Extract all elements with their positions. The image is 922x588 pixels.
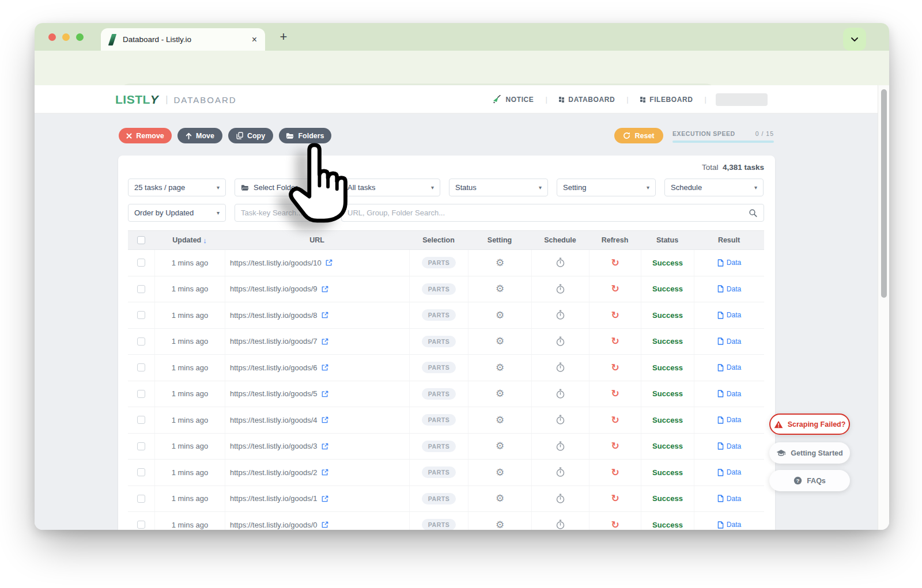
url-link[interactable]: https://test.listly.io/goods/4 (230, 416, 318, 424)
schedule-select[interactable]: Schedule ▾ (664, 179, 764, 196)
table-row[interactable]: 1 mins ago https://test.listly.io/goods/… (128, 302, 764, 329)
schedule-clock-icon[interactable] (556, 441, 565, 452)
url-link[interactable]: https://test.listly.io/goods/6 (230, 363, 318, 372)
table-row[interactable]: 1 mins ago https://test.listly.io/goods/… (128, 381, 764, 408)
reset-button[interactable]: Reset (614, 128, 663, 143)
schedule-clock-icon[interactable] (556, 284, 565, 294)
page-size-select[interactable]: 25 tasks / page ▾ (128, 179, 226, 196)
url-link[interactable]: https://test.listly.io/goods/1 (230, 494, 318, 503)
schedule-clock-icon[interactable] (556, 494, 565, 504)
schedule-clock-icon[interactable] (556, 310, 565, 320)
url-link[interactable]: https://test.listly.io/goods/9 (230, 284, 318, 293)
table-row[interactable]: 1 mins ago https://test.listly.io/goods/… (128, 460, 764, 486)
search-icon[interactable] (749, 208, 758, 218)
row-checkbox[interactable] (137, 285, 145, 293)
external-link-icon[interactable] (322, 286, 328, 293)
browser-tab[interactable]: Databoard - Listly.io × (101, 28, 265, 51)
setting-gear-icon[interactable]: ⚙ (496, 519, 504, 530)
setting-gear-icon[interactable]: ⚙ (496, 309, 504, 321)
data-link[interactable]: Data (717, 468, 741, 476)
url-link[interactable]: https://test.listly.io/goods/0 (230, 521, 318, 529)
minimize-window-button[interactable] (62, 33, 70, 41)
nav-item-notice[interactable]: NOTICE (490, 95, 536, 104)
table-row[interactable]: 1 mins ago https://test.listly.io/goods/… (128, 434, 764, 460)
data-link[interactable]: Data (717, 442, 741, 450)
refresh-icon[interactable]: ↻ (611, 466, 619, 479)
maximize-window-button[interactable] (76, 33, 84, 41)
schedule-clock-icon[interactable] (556, 467, 565, 477)
row-checkbox[interactable] (137, 495, 145, 503)
external-link-icon[interactable] (322, 443, 328, 450)
refresh-icon[interactable]: ↻ (611, 492, 619, 504)
close-tab-icon[interactable]: × (251, 35, 258, 45)
table-row[interactable]: 1 mins ago https://test.listly.io/goods/… (128, 486, 764, 513)
data-link[interactable]: Data (717, 495, 741, 503)
setting-gear-icon[interactable]: ⚙ (496, 492, 504, 504)
row-checkbox[interactable] (137, 442, 145, 450)
refresh-icon[interactable]: ↻ (611, 335, 619, 347)
external-link-icon[interactable] (322, 521, 328, 528)
setting-select[interactable]: Setting ▾ (557, 179, 656, 196)
url-link[interactable]: https://test.listly.io/goods/5 (230, 389, 318, 398)
url-link[interactable]: https://test.listly.io/goods/3 (230, 442, 318, 450)
nav-item-databoard[interactable]: DATABOARD (557, 96, 617, 104)
external-link-icon[interactable] (326, 259, 332, 266)
schedule-clock-icon[interactable] (556, 415, 565, 425)
setting-gear-icon[interactable]: ⚙ (496, 440, 504, 452)
data-link[interactable]: Data (717, 363, 741, 371)
schedule-clock-icon[interactable] (556, 519, 565, 530)
setting-gear-icon[interactable]: ⚙ (496, 414, 504, 426)
external-link-icon[interactable] (322, 390, 328, 397)
main-search-input[interactable] (347, 208, 749, 217)
schedule-clock-icon[interactable] (556, 257, 565, 268)
url-link[interactable]: https://test.listly.io/goods/10 (230, 259, 322, 267)
window-chevron-button[interactable] (843, 28, 866, 51)
row-checkbox[interactable] (137, 259, 145, 267)
table-row[interactable]: 1 mins ago https://test.listly.io/goods/… (128, 407, 764, 434)
row-checkbox[interactable] (137, 468, 145, 476)
new-tab-button[interactable]: + (275, 29, 292, 45)
url-link[interactable]: https://test.listly.io/goods/7 (230, 337, 318, 346)
refresh-icon[interactable]: ↻ (611, 362, 619, 374)
refresh-icon[interactable]: ↻ (611, 414, 619, 426)
copy-button[interactable]: Copy (228, 128, 273, 143)
url-link[interactable]: https://test.listly.io/goods/8 (230, 311, 318, 320)
data-link[interactable]: Data (717, 337, 741, 346)
table-row[interactable]: 1 mins ago https://test.listly.io/goods/… (128, 276, 764, 303)
row-checkbox[interactable] (137, 416, 145, 424)
col-updated[interactable]: Updated↓ (154, 231, 225, 249)
row-checkbox[interactable] (137, 337, 145, 346)
setting-gear-icon[interactable]: ⚙ (496, 283, 504, 295)
select-all-checkbox[interactable] (137, 236, 145, 244)
setting-gear-icon[interactable]: ⚙ (496, 335, 504, 347)
external-link-icon[interactable] (322, 338, 328, 345)
table-row[interactable]: 1 mins ago https://test.listly.io/goods/… (128, 250, 764, 276)
data-link[interactable]: Data (717, 416, 741, 424)
refresh-icon[interactable]: ↻ (611, 309, 619, 321)
schedule-clock-icon[interactable] (556, 336, 565, 347)
order-by-select[interactable]: Order by Updated ▾ (128, 204, 226, 222)
setting-gear-icon[interactable]: ⚙ (496, 257, 504, 269)
row-checkbox[interactable] (137, 521, 145, 529)
scrollbar-thumb[interactable] (881, 89, 887, 298)
table-row[interactable]: 1 mins ago https://test.listly.io/goods/… (128, 512, 764, 530)
url-link[interactable]: https://test.listly.io/goods/2 (230, 468, 318, 477)
refresh-icon[interactable]: ↻ (611, 283, 619, 295)
refresh-icon[interactable]: ↻ (611, 440, 619, 452)
row-checkbox[interactable] (137, 390, 145, 398)
faqs-button[interactable]: ? FAQs (769, 470, 850, 491)
listly-logo[interactable]: LISTLY | DATABOARD (115, 93, 237, 107)
schedule-clock-icon[interactable] (556, 389, 565, 399)
data-link[interactable]: Data (717, 390, 741, 398)
refresh-icon[interactable]: ↻ (611, 257, 619, 269)
external-link-icon[interactable] (322, 416, 328, 423)
move-button[interactable]: Move (177, 128, 222, 143)
setting-gear-icon[interactable]: ⚙ (496, 388, 504, 400)
nav-item-fileboard[interactable]: FILEBOARD (638, 96, 696, 104)
main-search-field[interactable] (341, 204, 764, 222)
scraping-failed-button[interactable]: Scraping Failed? (769, 414, 850, 435)
data-link[interactable]: Data (717, 521, 741, 529)
refresh-icon[interactable]: ↻ (611, 519, 619, 530)
close-window-button[interactable] (48, 33, 56, 41)
external-link-icon[interactable] (322, 312, 328, 318)
